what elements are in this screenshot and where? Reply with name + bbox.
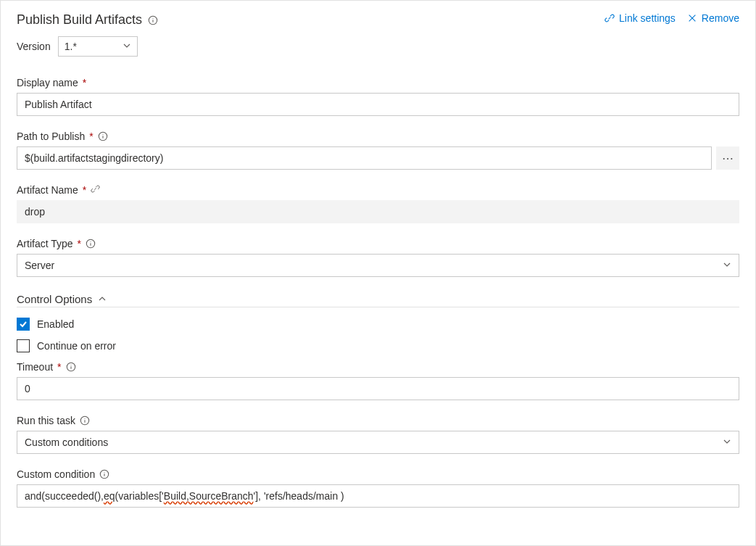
required-marker: * [83, 77, 86, 88]
info-icon[interactable] [66, 362, 76, 372]
artifact-type-value: Server [25, 260, 54, 271]
timeout-input[interactable] [17, 377, 739, 400]
artifact-name-label: Artifact Name [17, 184, 78, 196]
task-config-panel: Publish Build Artifacts Link settings Re… [0, 0, 756, 546]
chevron-down-icon [723, 437, 731, 448]
ellipsis-icon: ⋯ [722, 152, 734, 165]
required-marker: * [83, 184, 86, 196]
field-display-name: Display name * [17, 77, 739, 116]
svg-point-10 [90, 241, 91, 242]
info-icon[interactable] [98, 131, 108, 141]
field-custom-condition: Custom condition and(succeeded(), eq(var… [17, 468, 739, 508]
run-this-task-label: Run this task [17, 415, 75, 426]
info-icon[interactable] [148, 15, 158, 25]
control-options-title: Control Options [17, 293, 92, 305]
enabled-checkbox[interactable] [17, 318, 30, 331]
field-run-this-task: Run this task Custom conditions [17, 415, 739, 454]
svg-point-16 [84, 418, 85, 419]
title-wrap: Publish Build Artifacts [17, 12, 158, 28]
required-marker: * [57, 361, 61, 373]
version-select[interactable]: 1.* [58, 36, 138, 57]
field-path-to-publish: Path to Publish * ⋯ [17, 131, 739, 170]
field-artifact-type: Artifact Type * Server [17, 238, 739, 277]
continue-on-error-label: Continue on error [37, 340, 116, 352]
version-label: Version [17, 41, 51, 52]
link-icon[interactable] [91, 184, 100, 196]
header-actions: Link settings Remove [605, 12, 739, 24]
continue-on-error-checkbox-row[interactable]: Continue on error [17, 339, 739, 352]
task-title: Publish Build Artifacts [17, 12, 142, 28]
field-artifact-name: Artifact Name * [17, 184, 739, 223]
remove-label: Remove [702, 12, 739, 24]
timeout-label: Timeout [17, 361, 53, 373]
artifact-type-select[interactable]: Server [17, 254, 739, 277]
enabled-label: Enabled [37, 318, 74, 330]
header-row: Publish Build Artifacts Link settings Re… [17, 12, 739, 28]
run-this-task-value: Custom conditions [25, 437, 108, 448]
continue-on-error-checkbox[interactable] [17, 339, 30, 352]
link-settings-label: Link settings [619, 12, 676, 24]
display-name-label: Display name [17, 77, 78, 88]
custom-condition-label: Custom condition [17, 468, 95, 480]
required-marker: * [78, 238, 81, 249]
artifact-type-label: Artifact Type [17, 238, 73, 249]
info-icon[interactable] [86, 239, 96, 249]
control-options-header[interactable]: Control Options [17, 293, 739, 307]
custom-condition-input[interactable]: and(succeeded(), eq(variables['Build,Sou… [17, 484, 739, 508]
version-value: 1.* [65, 41, 77, 52]
svg-point-19 [104, 472, 105, 473]
svg-point-7 [102, 134, 103, 135]
version-row: Version 1.* [17, 36, 739, 57]
remove-button[interactable]: Remove [687, 12, 739, 24]
svg-point-2 [153, 17, 154, 18]
info-icon[interactable] [99, 469, 109, 479]
chevron-down-icon [723, 260, 731, 271]
svg-point-13 [70, 365, 71, 365]
run-this-task-select[interactable]: Custom conditions [17, 431, 739, 454]
path-to-publish-input[interactable] [17, 146, 712, 170]
enabled-checkbox-row[interactable]: Enabled [17, 318, 739, 331]
display-name-input[interactable] [17, 93, 739, 116]
path-to-publish-label: Path to Publish [17, 131, 85, 142]
required-marker: * [89, 131, 93, 142]
link-settings-button[interactable]: Link settings [605, 12, 676, 24]
field-timeout: Timeout * [17, 361, 739, 400]
info-icon[interactable] [80, 415, 90, 426]
artifact-name-input[interactable] [17, 200, 739, 223]
browse-button[interactable]: ⋯ [716, 146, 739, 170]
chevron-up-icon [98, 294, 107, 305]
chevron-down-icon [122, 41, 131, 52]
